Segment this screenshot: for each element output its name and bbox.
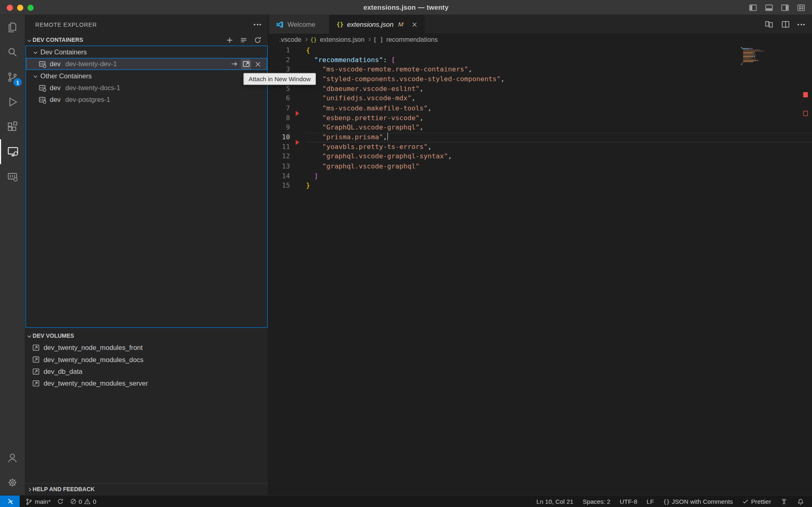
line-number[interactable]: 12	[269, 152, 292, 162]
tab-extensions-json[interactable]: {} extensions.json M	[329, 15, 425, 34]
line-number[interactable]: 5	[269, 84, 292, 94]
customize-layout-icon[interactable]	[797, 3, 806, 12]
line-number[interactable]: 13	[269, 162, 292, 171]
tree-item-dev-twenty-docs-1[interactable]: dev dev-twenty-docs-1	[26, 82, 267, 94]
close-tab-icon[interactable]	[410, 19, 419, 29]
breadcrumb-symbol[interactable]: recommendations	[386, 36, 438, 43]
volume-icon	[32, 380, 40, 387]
line-number[interactable]: 14	[269, 171, 292, 181]
tab-welcome[interactable]: Welcome	[269, 15, 329, 34]
editor-gutter[interactable]: 123456789101112131415	[269, 45, 292, 190]
volume-item[interactable]: dev_twenty_node_modules_server	[25, 378, 268, 389]
container-icon	[38, 95, 46, 104]
account-icon	[6, 451, 19, 464]
line-number[interactable]: 15	[269, 181, 292, 190]
more-actions-icon[interactable]	[254, 24, 261, 26]
section-dev-volumes[interactable]: DEV VOLUMES	[25, 330, 268, 341]
activity-containers[interactable]	[0, 164, 25, 189]
split-editor-icon[interactable]	[781, 19, 790, 29]
notifications-item[interactable]	[795, 498, 807, 505]
sidebar-title: REMOTE EXPLORER	[35, 22, 97, 28]
volume-item[interactable]: dev_twenty_node_modules_docs	[25, 354, 268, 365]
code-lines[interactable]: { "recommendations": [ "ms-vscode-remote…	[292, 45, 812, 190]
minimap-line	[743, 61, 768, 62]
code-line: "styled-components.vscode-styled-compone…	[306, 75, 812, 84]
line-number[interactable]: 1	[269, 45, 292, 55]
activity-run-debug[interactable]	[0, 90, 25, 114]
activity-explorer[interactable]	[0, 15, 25, 40]
sync-changes-item[interactable]	[54, 498, 66, 505]
zoom-window-button[interactable]	[28, 4, 34, 11]
editor-group: Welcome {} extensions.json M	[268, 15, 812, 495]
scm-badge: 1	[13, 78, 22, 86]
remote-indicator[interactable]	[0, 495, 19, 507]
indentation-item[interactable]: Spaces: 2	[580, 498, 613, 505]
window-traffic-lights[interactable]	[7, 4, 34, 11]
window-title: extensions.json — twenty	[0, 3, 812, 11]
activity-extensions[interactable]	[0, 114, 25, 139]
section-help-feedback[interactable]: HELP AND FEEDBACK	[25, 483, 268, 495]
toggle-sidebar-icon[interactable]	[748, 3, 758, 12]
git-branch-item[interactable]: main*	[23, 498, 53, 505]
add-container-icon[interactable]	[225, 35, 234, 45]
breadcrumb-folder[interactable]: .vscode	[279, 36, 302, 43]
tree-group-other-containers[interactable]: Other Containers	[26, 70, 267, 82]
encoding-item[interactable]: UTF-8	[617, 498, 640, 505]
breadcrumb-file[interactable]: extensions.json	[320, 36, 365, 43]
toggle-panel-icon[interactable]	[764, 3, 774, 12]
attach-new-window-icon[interactable]	[241, 59, 251, 69]
code-line: "graphql.vscode-graphql-syntax",	[306, 152, 812, 162]
json-icon: {}	[310, 37, 317, 43]
line-number[interactable]: 7	[269, 104, 292, 113]
minimap-line	[743, 59, 768, 60]
code-line: "dbaeumer.vscode-eslint",	[306, 84, 812, 94]
problems-item[interactable]: 0 0	[67, 498, 99, 505]
code-line: }	[306, 181, 812, 190]
more-actions-icon[interactable]	[797, 24, 805, 25]
tree-item-dev-postgres-1[interactable]: dev dev-postgres-1	[26, 94, 267, 106]
volume-item[interactable]: dev_db_data	[25, 366, 268, 378]
attach-container-icon[interactable]	[229, 59, 240, 69]
language-mode-item[interactable]: {} JSON with Comments	[661, 498, 736, 505]
tree-item-dev-twenty-dev-1[interactable]: dev dev-twenty-dev-1	[26, 58, 267, 70]
container-icon	[38, 60, 46, 68]
line-number[interactable]: 9	[269, 123, 292, 133]
run-debug-icon	[6, 96, 19, 108]
toggle-secondary-sidebar-icon[interactable]	[780, 3, 790, 12]
cursor-position-item[interactable]: Ln 10, Col 21	[534, 498, 576, 505]
line-number[interactable]: 11	[269, 142, 292, 152]
activity-search[interactable]	[0, 40, 25, 65]
line-number[interactable]: 6	[269, 94, 292, 104]
ports-item[interactable]	[778, 498, 790, 505]
title-bar[interactable]: extensions.json — twenty	[0, 0, 812, 15]
formatter-item[interactable]: Prettier	[740, 498, 774, 505]
tree-group-dev-containers[interactable]: Dev Containers	[26, 46, 267, 58]
section-dev-containers[interactable]: DEV CONTAINERS	[25, 34, 268, 45]
minimize-window-button[interactable]	[17, 4, 23, 11]
close-window-button[interactable]	[7, 4, 13, 11]
tooltip: Attach in New Window	[243, 73, 316, 85]
breadcrumb: .vscode {} extensions.json [ ] recommend…	[269, 34, 812, 45]
minimap[interactable]	[741, 47, 768, 65]
activity-source-control[interactable]: 1	[0, 65, 25, 89]
options-icon[interactable]	[239, 35, 248, 45]
minimap-line	[742, 63, 768, 63]
activity-accounts[interactable]	[0, 445, 25, 470]
line-number[interactable]: 10	[269, 132, 292, 142]
activity-remote-explorer[interactable]	[0, 139, 25, 164]
close-icon[interactable]	[253, 59, 263, 69]
refresh-icon[interactable]	[253, 35, 262, 45]
minimap-line	[743, 53, 768, 54]
minimap-line	[743, 52, 768, 53]
line-number[interactable]: 8	[269, 113, 292, 123]
eol-item[interactable]: LF	[644, 498, 657, 505]
minimap-line	[742, 48, 768, 49]
code-line: {	[306, 45, 812, 55]
open-changes-icon[interactable]	[764, 19, 774, 29]
volume-item[interactable]: dev_twenty_node_modules_front	[25, 342, 268, 354]
line-number[interactable]: 2	[269, 55, 292, 65]
dev-containers-tree: Dev Containers dev dev-twenty-dev-1	[26, 45, 268, 328]
code-editor[interactable]: 123456789101112131415 { "recommendations…	[269, 45, 812, 495]
activity-settings[interactable]	[0, 470, 25, 495]
code-line: ]	[306, 171, 812, 181]
